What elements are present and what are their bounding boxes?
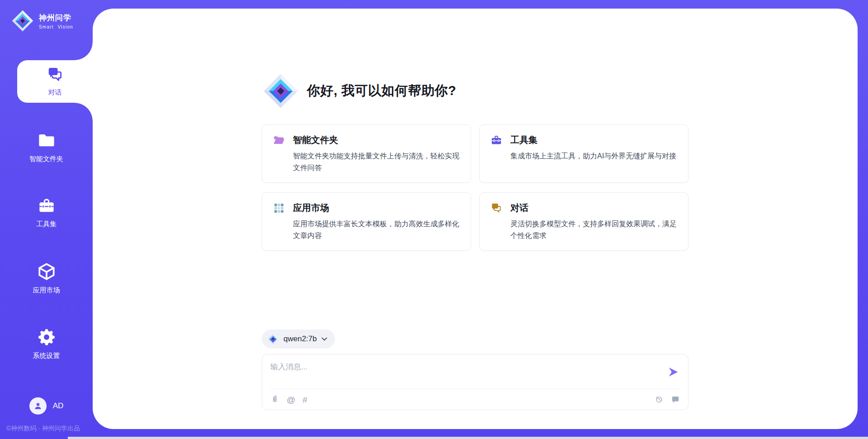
toolbox-icon <box>38 197 56 215</box>
card-title: 工具集 <box>510 134 538 146</box>
horizontal-scrollbar[interactable] <box>68 437 868 439</box>
card-title: 智能文件夹 <box>293 134 338 146</box>
send-icon <box>667 366 679 378</box>
brand: 神州问学 Smart Vision <box>0 0 93 34</box>
chevron-down-icon <box>321 337 327 341</box>
model-selector[interactable]: qwen2:7b <box>262 329 335 348</box>
sidebar-item-smart-folder[interactable]: 智能文件夹 <box>0 126 93 168</box>
sidebar-nav: 对话 智能文件夹 工具集 <box>0 60 93 388</box>
brand-logo-icon <box>11 9 34 33</box>
card-description: 智能文件夹功能支持批量文件上传与清洗，轻松实现文件问答 <box>293 150 460 173</box>
copyright-text: ©神州数码 · 神州问学出品 <box>6 425 93 433</box>
hash-icon: # <box>302 396 307 404</box>
folder-icon <box>37 131 56 150</box>
main-panel: 你好, 我可以如何帮助你? 智能文件夹 智能文件夹功能支持批量文件上传与清洗，轻… <box>93 9 858 429</box>
paperclip-icon <box>270 395 279 404</box>
greeting-text: 你好, 我可以如何帮助你? <box>307 82 456 100</box>
card-chat[interactable]: 对话 灵活切换多模型文件，支持多样回复效果调试，满足个性化需求 <box>479 192 689 251</box>
chat-icon <box>47 66 64 83</box>
avatar <box>29 397 47 415</box>
chat-icon <box>491 202 502 214</box>
mention-button[interactable]: @ <box>287 396 295 404</box>
feature-cards: 智能文件夹 智能文件夹功能支持批量文件上传与清洗，轻松实现文件问答 工具 <box>262 124 689 251</box>
card-title: 应用市场 <box>293 202 329 214</box>
card-description: 集成市场上主流工具，助力AI与外界无缝扩展与对接 <box>510 150 677 162</box>
card-description: 应用市场提供丰富长文本模板，助力高效生成多样化文章内容 <box>293 218 460 241</box>
cube-icon <box>37 262 56 281</box>
sidebar-item-label: 系统设置 <box>33 352 60 360</box>
tab-fillet-bottom <box>75 103 93 121</box>
grid-icon <box>273 202 285 214</box>
sidebar-item-chat[interactable]: 对话 <box>17 60 93 103</box>
model-name: qwen2:7b <box>283 334 317 344</box>
greeting: 你好, 我可以如何帮助你? <box>262 72 689 110</box>
card-description: 灵活切换多模型文件，支持多样回复效果调试，满足个性化需求 <box>510 218 677 241</box>
person-icon <box>33 401 43 411</box>
feedback-button[interactable] <box>671 395 680 404</box>
greeting-logo-icon <box>262 72 300 110</box>
card-toolset[interactable]: 工具集 集成市场上主流工具，助力AI与外界无缝扩展与对接 <box>479 124 689 183</box>
composer: @ # <box>262 354 689 410</box>
send-button[interactable] <box>666 365 680 380</box>
at-icon: @ <box>287 396 295 404</box>
sidebar-item-label: 智能文件夹 <box>29 155 63 163</box>
folder-open-icon <box>273 134 285 146</box>
attach-file-button[interactable] <box>270 395 279 404</box>
topic-button[interactable]: # <box>302 396 307 404</box>
sidebar-item-toolset[interactable]: 工具集 <box>0 191 93 234</box>
message-input[interactable] <box>270 362 666 387</box>
history-button[interactable] <box>655 395 664 404</box>
tab-fillet-top <box>75 42 93 60</box>
user-name: AD <box>53 401 64 410</box>
card-title: 对话 <box>510 202 528 214</box>
app-root: 神州问学 Smart Vision 对话 智能文件夹 <box>0 0 868 439</box>
sidebar-item-label: 工具集 <box>36 220 57 229</box>
sidebar-item-app-market[interactable]: 应用市场 <box>0 257 93 300</box>
gear-icon <box>37 328 56 347</box>
brand-subtitle: Smart Vision <box>39 24 73 29</box>
sidebar-item-label: 应用市场 <box>33 286 60 295</box>
sidebar: 神州问学 Smart Vision 对话 智能文件夹 <box>0 0 93 439</box>
card-app-market[interactable]: 应用市场 应用市场提供丰富长文本模板，助力高效生成多样化文章内容 <box>262 192 471 251</box>
card-smart-folder[interactable]: 智能文件夹 智能文件夹功能支持批量文件上传与清洗，轻松实现文件问答 <box>262 124 471 183</box>
brand-name: 神州问学 <box>39 13 73 23</box>
sidebar-item-settings[interactable]: 系统设置 <box>0 323 93 365</box>
model-logo-icon <box>267 333 279 345</box>
history-icon <box>655 395 664 404</box>
user-profile[interactable]: AD <box>0 397 93 415</box>
sidebar-item-label: 对话 <box>48 88 62 97</box>
chat-bubble-icon <box>671 395 680 404</box>
toolbox-icon <box>491 134 502 146</box>
